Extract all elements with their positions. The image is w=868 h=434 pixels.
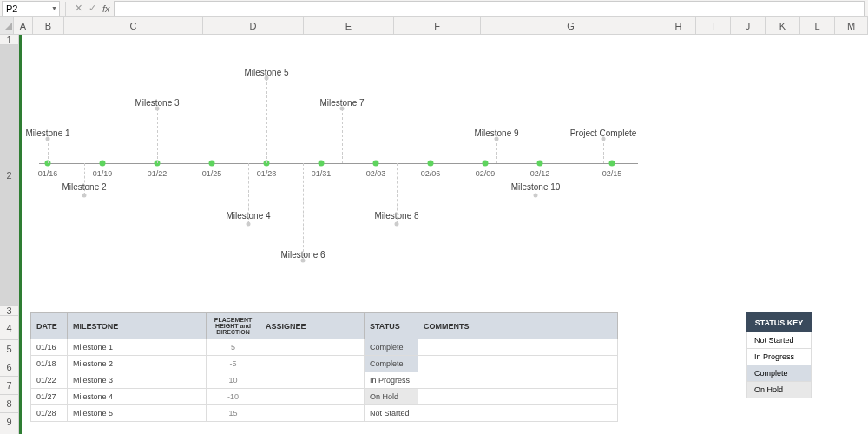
column-header-C[interactable]: C	[64, 17, 203, 34]
column-header-D[interactable]: D	[203, 17, 304, 34]
axis-tick-label: 01/22	[148, 169, 168, 178]
col-header-status[interactable]: STATUS	[365, 313, 418, 339]
cell-comments[interactable]	[418, 389, 618, 405]
col-header-date[interactable]: DATE	[31, 313, 68, 339]
cell-status[interactable]: In Progress	[365, 372, 418, 389]
column-header-G[interactable]: G	[481, 17, 661, 34]
cell-milestone[interactable]: Milestone 5	[68, 405, 207, 422]
milestone-label: Milestone 10	[511, 182, 561, 192]
cell-comments[interactable]	[418, 405, 618, 422]
table-row[interactable]: 01/16Milestone 15Complete	[31, 339, 618, 356]
column-header-A[interactable]: A	[14, 17, 33, 34]
axis-tick	[609, 161, 615, 167]
cell-placement[interactable]: -10	[207, 389, 260, 405]
axis-tick	[373, 161, 379, 167]
cell-placement[interactable]: -5	[207, 356, 260, 372]
cell-assignee[interactable]	[260, 389, 365, 405]
sheet-content[interactable]: 01/1601/1901/2201/2501/2801/3102/0302/06…	[19, 35, 868, 434]
cell-date[interactable]: 01/28	[31, 405, 68, 422]
fx-icon[interactable]: fx	[102, 3, 110, 14]
axis-tick-label: 02/15	[602, 169, 622, 178]
cell-status[interactable]: Complete	[365, 339, 418, 356]
cell-milestone[interactable]: Milestone 4	[68, 389, 207, 405]
axis-tick	[100, 161, 106, 167]
column-headers: ABCDEFGHIJKLM	[0, 17, 868, 35]
table-row[interactable]: 01/18Milestone 2-5Complete	[31, 356, 618, 372]
milestone-label: Milestone 8	[374, 211, 418, 220]
column-header-J[interactable]: J	[731, 17, 766, 34]
cell-placement[interactable]: 5	[207, 339, 260, 356]
cell-milestone[interactable]: Milestone 2	[68, 356, 207, 372]
column-header-M[interactable]: M	[835, 17, 868, 34]
cell-comments[interactable]	[418, 356, 618, 372]
table-row[interactable]: 01/28Milestone 515Not Started	[31, 405, 618, 422]
milestone-drop-line	[48, 139, 49, 163]
select-all-corner[interactable]	[0, 17, 14, 34]
cell-assignee[interactable]	[260, 405, 365, 422]
cell-status[interactable]: Complete	[365, 356, 418, 372]
col-header-milestone[interactable]: MILESTONE	[68, 313, 207, 339]
row-header-7[interactable]: 7	[0, 377, 18, 395]
row-header-8[interactable]: 8	[0, 395, 18, 413]
cell-comments[interactable]	[418, 372, 618, 389]
column-header-L[interactable]: L	[800, 17, 835, 34]
column-header-K[interactable]: K	[766, 17, 800, 34]
cell-assignee[interactable]	[260, 339, 365, 356]
row-header-5[interactable]: 5	[0, 340, 18, 358]
row-header-4[interactable]: 4	[0, 316, 18, 340]
milestone-label: Milestone 1	[25, 128, 69, 138]
status-key-row: Not Started	[747, 332, 812, 349]
row-header-9[interactable]: 9	[0, 413, 18, 431]
table-row[interactable]: 01/22Milestone 310In Progress	[31, 372, 618, 389]
milestone-label: Milestone 2	[62, 182, 106, 192]
row-header-1[interactable]: 1	[0, 35, 18, 45]
axis-tick-label: 01/31	[312, 169, 332, 178]
cell-date[interactable]: 01/22	[31, 372, 68, 389]
cell-placement[interactable]: 10	[207, 372, 260, 389]
column-header-B[interactable]: B	[33, 17, 64, 34]
name-box-dropdown[interactable]: ▼	[49, 1, 60, 16]
milestone-drop-line	[603, 139, 604, 163]
chart-axis	[39, 163, 638, 164]
status-key-row: On Hold	[747, 382, 812, 398]
row-header-3[interactable]: 3	[0, 306, 18, 316]
axis-tick-label: 02/06	[421, 169, 441, 178]
table-row[interactable]: 01/27Milestone 4-10On Hold	[31, 389, 618, 405]
enter-icon[interactable]: ✓	[85, 2, 99, 16]
milestone-table: DATEMILESTONEPLACEMENT HEIGHT and DIRECT…	[30, 312, 618, 422]
milestone-point	[82, 194, 87, 198]
milestone-point	[534, 194, 538, 198]
axis-tick	[428, 161, 434, 167]
col-header-assignee[interactable]: ASSIGNEE	[260, 313, 365, 339]
cell-date[interactable]: 01/16	[31, 339, 68, 356]
formula-bar[interactable]	[114, 1, 865, 16]
milestone-drop-line	[303, 163, 304, 260]
cell-status[interactable]: On Hold	[365, 389, 418, 405]
column-header-F[interactable]: F	[394, 17, 481, 34]
axis-tick	[537, 161, 543, 167]
cell-milestone[interactable]: Milestone 3	[68, 372, 207, 389]
cancel-icon[interactable]: ✕	[71, 2, 85, 16]
cell-assignee[interactable]	[260, 356, 365, 372]
timeline-chart: 01/1601/1901/2201/2501/2801/3102/0302/06…	[22, 35, 655, 312]
milestone-point	[247, 222, 251, 227]
cell-date[interactable]: 01/18	[31, 356, 68, 372]
col-header-comments[interactable]: COMMENTS	[418, 313, 618, 339]
axis-tick	[209, 161, 215, 167]
milestone-label: Milestone 6	[280, 250, 325, 260]
col-header-placement[interactable]: PLACEMENT HEIGHT and DIRECTION	[207, 313, 260, 339]
cell-comments[interactable]	[418, 339, 618, 356]
cell-placement[interactable]: 15	[207, 405, 260, 422]
status-key-item: In Progress	[747, 349, 812, 365]
milestone-label: Milestone 3	[135, 98, 179, 108]
cell-milestone[interactable]: Milestone 1	[68, 339, 207, 356]
cell-status[interactable]: Not Started	[365, 405, 418, 422]
column-header-E[interactable]: E	[304, 17, 394, 34]
row-header-2[interactable]: 2	[0, 45, 18, 306]
column-header-I[interactable]: I	[696, 17, 731, 34]
row-header-6[interactable]: 6	[0, 358, 18, 377]
column-header-H[interactable]: H	[661, 17, 696, 34]
name-box[interactable]: P2	[2, 1, 49, 16]
cell-date[interactable]: 01/27	[31, 389, 68, 405]
cell-assignee[interactable]	[260, 372, 365, 389]
